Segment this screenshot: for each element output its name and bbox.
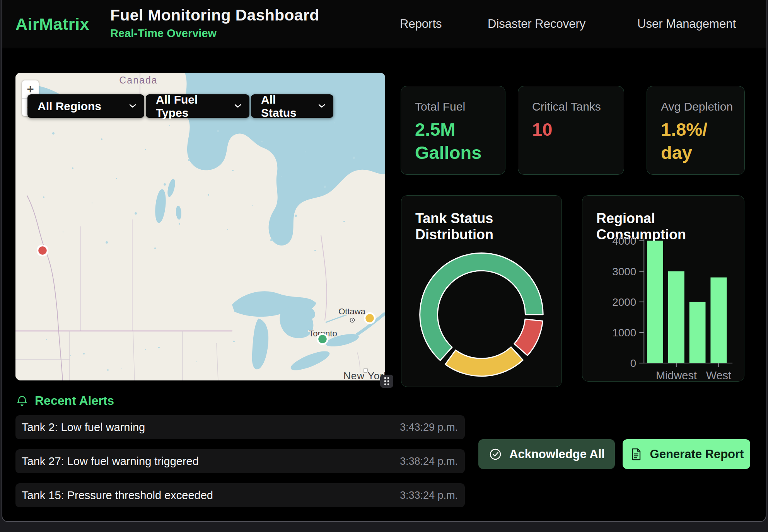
fuel-type-filter-value: All Fuel Types	[156, 93, 227, 119]
check-circle-icon	[488, 447, 502, 461]
alert-row: Tank 27: Low fuel warning triggered3:38:…	[15, 449, 465, 473]
tank-marker-normal[interactable]	[317, 334, 328, 344]
title-block: Fuel Monitoring Dashboard Real-Time Over…	[110, 6, 319, 40]
bell-icon	[15, 394, 29, 408]
donut-segment-critical	[514, 319, 543, 356]
alert-time: 3:43:29 p.m.	[400, 421, 458, 433]
tank-marker-critical[interactable]	[38, 246, 48, 256]
nav-item-disaster-recovery[interactable]: Disaster Recovery	[488, 17, 585, 31]
document-icon	[629, 447, 643, 461]
fuel-type-filter-dropdown[interactable]: All Fuel Types	[146, 94, 249, 118]
brand-logo: AirMatrix	[15, 15, 89, 34]
bar-west	[710, 278, 727, 363]
page-subtitle: Real-Time Overview	[110, 27, 319, 40]
stat-value: 1.8%/day	[661, 118, 744, 164]
alert-time: 3:33:24 p.m.	[400, 489, 458, 501]
chevron-down-icon	[318, 104, 326, 109]
tank-marker-warning[interactable]	[365, 313, 375, 323]
country-label-canada: Canada	[119, 75, 158, 85]
stat-value: 2.5MGallons	[415, 118, 505, 164]
nav-item-reports[interactable]: Reports	[400, 17, 442, 31]
page-title: Fuel Monitoring Dashboard	[110, 6, 319, 24]
alert-text: Tank 2: Low fuel warning	[22, 421, 145, 434]
fuel-map[interactable]: Canada Ottawa Toronto New York + − All R…	[15, 73, 385, 380]
alert-row: Tank 15: Pressure threshold exceeded3:33…	[15, 483, 465, 507]
stat-label: Avg Depletion	[661, 100, 744, 113]
y-tick-label: 0	[630, 357, 637, 369]
city-label-new-york: New York	[343, 370, 385, 380]
region-filter-value: All Regions	[38, 100, 101, 113]
alert-row: Tank 2: Low fuel warning3:43:29 p.m.	[15, 415, 465, 439]
tank-status-card: Tank Status Distribution	[401, 195, 562, 387]
alert-list: Tank 2: Low fuel warning3:43:29 p.m.Tank…	[15, 415, 465, 517]
stat-label: Critical Tanks	[532, 100, 624, 113]
dashboard-container: AirMatrix Fuel Monitoring Dashboard Real…	[2, 0, 766, 522]
stat-card-avg-depletion: Avg Depletion1.8%/day	[647, 86, 745, 175]
alert-text: Tank 27: Low fuel warning triggered	[22, 455, 199, 468]
stat-card-total-fuel: Total Fuel2.5MGallons	[401, 86, 505, 175]
app-header: AirMatrix Fuel Monitoring Dashboard Real…	[2, 0, 766, 48]
stat-card-critical-tanks: Critical Tanks10	[518, 86, 624, 175]
bar-midwest	[668, 271, 684, 363]
status-filter-dropdown[interactable]: All Status	[251, 94, 333, 118]
regional-consumption-bar-chart: 01000200030004000MidwestWest	[582, 196, 744, 381]
stat-value: 10	[532, 118, 624, 141]
y-tick-label: 4000	[612, 235, 636, 247]
bar-northeast	[647, 241, 663, 363]
nav-item-user-management[interactable]: User Management	[637, 17, 736, 31]
x-tick-label-west: West	[706, 369, 731, 382]
fuel-monitoring-dashboard: AirMatrix Fuel Monitoring Dashboard Real…	[0, 0, 768, 532]
stat-label: Total Fuel	[415, 100, 505, 113]
recent-alerts-header: Recent Alerts	[15, 394, 114, 408]
city-label-ottawa: Ottawa	[338, 307, 365, 316]
generate-report-label: Generate Report	[650, 447, 744, 461]
generate-report-button[interactable]: Generate Report	[623, 439, 750, 469]
alert-time: 3:38:24 p.m.	[400, 455, 458, 467]
x-tick-label-midwest: Midwest	[656, 369, 697, 382]
y-tick-label: 3000	[612, 266, 636, 278]
y-tick-label: 1000	[612, 327, 636, 339]
acknowledge-all-button[interactable]: Acknowledge All	[478, 439, 615, 469]
region-filter-dropdown[interactable]: All Regions	[27, 94, 144, 118]
map-resize-handle[interactable]	[380, 375, 393, 388]
tank-status-donut-chart	[401, 196, 561, 387]
recent-alerts-title: Recent Alerts	[35, 394, 114, 408]
acknowledge-all-label: Acknowledge All	[509, 447, 605, 461]
donut-segment-warning	[445, 347, 523, 376]
bar-south	[689, 302, 706, 363]
map-filter-bar: All Regions All Fuel Types All Status	[27, 94, 333, 118]
chevron-down-icon	[234, 104, 242, 109]
alert-text: Tank 15: Pressure threshold exceeded	[22, 489, 213, 502]
y-tick-label: 2000	[612, 296, 636, 308]
regional-consumption-card: Regional Consumption 01000200030004000Mi…	[582, 195, 744, 382]
status-filter-value: All Status	[261, 93, 311, 119]
chevron-down-icon	[129, 104, 137, 109]
grip-dots-icon	[382, 376, 391, 386]
